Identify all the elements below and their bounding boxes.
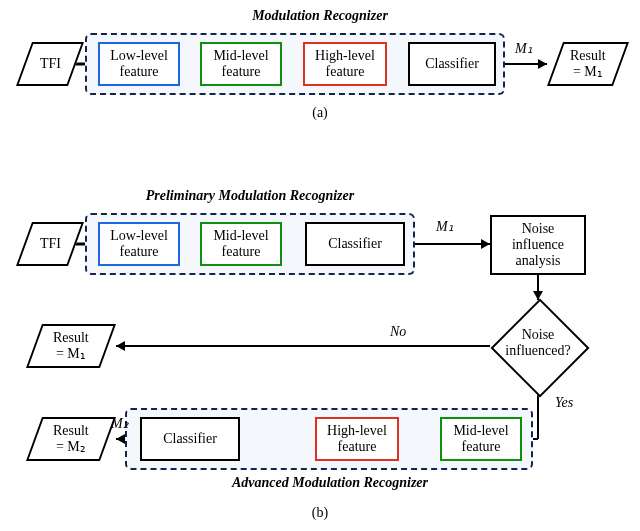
yes-label: Yes [555, 395, 573, 411]
mid-a: Mid-level feature [200, 42, 282, 86]
result-m1: Result = M₁ [26, 324, 116, 368]
input-b-label: TFI [40, 236, 61, 252]
high-a: High-level feature [303, 42, 387, 86]
svg-marker-21 [116, 341, 125, 351]
result-a-label: Result = M₁ [570, 48, 606, 80]
decision-label: Noise influenced? [493, 327, 583, 359]
high-b: High-level feature [315, 417, 399, 461]
diagram: Modulation Recognizer TFI Low-level feat… [0, 0, 640, 531]
result-m2-label: Result = M₂ [53, 423, 89, 455]
no-label: No [390, 324, 406, 340]
mid2-b: Mid-level feature [440, 417, 522, 461]
input-b: TFI [16, 222, 84, 266]
noise-analysis: Noise influence analysis [490, 215, 586, 275]
m2-label-b: M₂ [111, 415, 129, 432]
classifier-b: Classifier [305, 222, 405, 266]
classifier2-b: Classifier [140, 417, 240, 461]
m1-label-b: M₁ [436, 218, 454, 235]
title-a: Modulation Recognizer [0, 8, 640, 24]
result-m1-label: Result = M₁ [53, 330, 89, 362]
input-a-label: TFI [40, 56, 61, 72]
low-a: Low-level feature [98, 42, 180, 86]
caption-a: (a) [0, 105, 640, 121]
title-b-adv: Advanced Modulation Recognizer [120, 475, 540, 491]
title-b-pre: Preliminary Modulation Recognizer [0, 188, 500, 204]
svg-marker-30 [116, 434, 125, 444]
input-a: TFI [16, 42, 84, 86]
low-b: Low-level feature [98, 222, 180, 266]
result-a: Result = M₁ [547, 42, 629, 86]
svg-marker-17 [481, 239, 490, 249]
svg-marker-9 [538, 59, 547, 69]
classifier-a: Classifier [408, 42, 496, 86]
result-m2: Result = M₂ [26, 417, 116, 461]
m1-label-a: M₁ [515, 40, 533, 57]
mid-b: Mid-level feature [200, 222, 282, 266]
caption-b: (b) [0, 505, 640, 521]
